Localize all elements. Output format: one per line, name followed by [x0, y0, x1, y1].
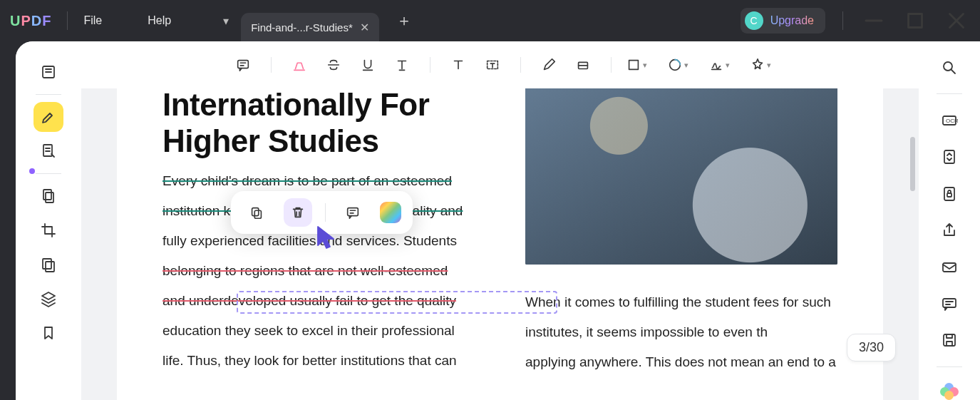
upgrade-button[interactable]: C Upgrade [741, 8, 825, 34]
sticker-dropdown[interactable]: ▾ [750, 57, 771, 73]
tab-dropdown[interactable]: ▾ [212, 7, 239, 34]
edit-pdf-icon[interactable] [33, 136, 63, 166]
crop-icon[interactable] [33, 215, 63, 245]
scrollbar-thumb[interactable] [910, 137, 915, 191]
page-right-column: When it comes to fulfilling the student … [525, 166, 837, 377]
app-logo: UPDF [10, 13, 51, 29]
svg-point-7 [944, 62, 952, 71]
svg-rect-3 [43, 190, 51, 200]
highlighter-icon[interactable] [286, 51, 313, 78]
stamp-dropdown[interactable]: ▾ [667, 57, 688, 73]
menu-help[interactable]: Help [148, 14, 171, 27]
main-area: OCR ▾ ▾ ▾ ▾ Internationally For [16, 41, 980, 400]
svg-rect-23 [348, 208, 359, 216]
para-line: belonging to regions that are not well-e… [163, 263, 448, 278]
para-line: When it comes to fulfilling the student … [525, 294, 831, 309]
tab-close-icon[interactable]: ✕ [360, 21, 369, 34]
titlebar: UPDF File Help ▾ Find-and-...r-Studies* … [0, 0, 980, 41]
highlight-tool-icon[interactable] [33, 102, 63, 132]
comment-icon[interactable] [938, 293, 961, 314]
delete-button[interactable] [284, 198, 312, 227]
svg-rect-15 [944, 334, 955, 346]
strikethrough-icon[interactable] [320, 51, 347, 78]
shape-dropdown[interactable]: ▾ [626, 57, 647, 73]
separator [611, 57, 612, 73]
svg-rect-5 [43, 259, 51, 269]
tab-active[interactable]: Find-and-...r-Studies* ✕ [241, 13, 379, 41]
menu-file[interactable]: File [83, 14, 102, 27]
page-tools-icon[interactable] [33, 181, 63, 211]
underline-icon[interactable] [354, 51, 381, 78]
text-box-icon[interactable] [479, 51, 506, 78]
close-button[interactable] [943, 10, 970, 31]
heading-line-1: Internationally For [163, 88, 429, 122]
annotation-popup [231, 191, 413, 234]
separator [325, 203, 326, 222]
minimize-button[interactable] [860, 10, 887, 31]
indicator-dot [29, 168, 35, 174]
upgrade-label: Upgrade [770, 14, 814, 27]
separator [937, 93, 962, 94]
text-markup-icon[interactable] [388, 51, 416, 78]
pdf-page: Internationally For Higher Studies Every… [117, 88, 883, 400]
annotation-toolbar: ▾ ▾ ▾ ▾ [81, 41, 919, 88]
right-sidebar: OCR [919, 41, 980, 400]
avatar: C [745, 11, 763, 30]
pages-icon[interactable] [33, 250, 63, 280]
para-line: fully experienced facilities and service… [163, 233, 457, 248]
svg-rect-6 [46, 262, 54, 272]
separator [520, 57, 521, 73]
updf-ai-icon[interactable] [940, 383, 959, 400]
pencil-icon[interactable] [535, 51, 562, 78]
heading-line-2: Higher Studies [163, 123, 379, 158]
svg-rect-14 [943, 299, 956, 307]
reader-mode-icon[interactable] [33, 57, 63, 87]
svg-rect-11 [944, 188, 954, 200]
save-icon[interactable] [938, 330, 961, 351]
ocr-icon[interactable]: OCR [938, 110, 961, 130]
para-line: Every child's dream is to be part of an … [163, 173, 452, 188]
note-icon[interactable] [229, 51, 257, 78]
layers-icon[interactable] [33, 284, 63, 314]
svg-text:OCR: OCR [946, 118, 958, 124]
page-viewport[interactable]: Internationally For Higher Studies Every… [81, 88, 919, 400]
maximize-button[interactable] [902, 10, 929, 31]
svg-rect-4 [46, 193, 53, 202]
text-icon[interactable] [445, 51, 472, 78]
eraser-icon[interactable] [569, 51, 597, 78]
svg-rect-22 [254, 210, 261, 218]
page-indicator[interactable]: 3/30 [847, 334, 896, 361]
signature-dropdown[interactable]: ▾ [708, 57, 730, 73]
protect-icon[interactable] [938, 183, 961, 204]
convert-icon[interactable] [938, 147, 961, 168]
separator [36, 94, 61, 95]
separator [937, 366, 962, 367]
svg-rect-19 [629, 61, 638, 70]
copy-button[interactable] [242, 198, 271, 227]
left-sidebar [16, 41, 81, 400]
para-line: and underdeveloped usually fail to get t… [163, 293, 456, 308]
separator [67, 11, 68, 30]
email-icon[interactable] [938, 257, 961, 277]
bookmark-icon[interactable] [33, 318, 63, 348]
share-icon[interactable] [938, 220, 961, 241]
svg-rect-21 [252, 208, 259, 216]
note-button[interactable] [339, 198, 367, 227]
svg-rect-13 [943, 263, 956, 272]
separator [430, 57, 430, 73]
separator [36, 173, 61, 174]
color-picker-button[interactable] [380, 202, 401, 223]
svg-rect-2 [43, 145, 52, 156]
para-line: applying anywhere. This does not mean an… [525, 354, 836, 369]
svg-rect-16 [237, 61, 248, 68]
para-right: When it comes to fulfilling the student … [525, 287, 837, 377]
para-line: life. Thus, they look for better institu… [163, 353, 457, 368]
separator [271, 57, 272, 73]
article-image [525, 88, 837, 265]
para-line: education they seek to excel in their pr… [163, 323, 455, 338]
svg-rect-10 [944, 150, 954, 163]
search-icon[interactable] [938, 57, 961, 78]
separator [842, 11, 843, 30]
svg-rect-0 [909, 14, 922, 28]
new-tab-button[interactable]: ＋ [396, 10, 412, 31]
